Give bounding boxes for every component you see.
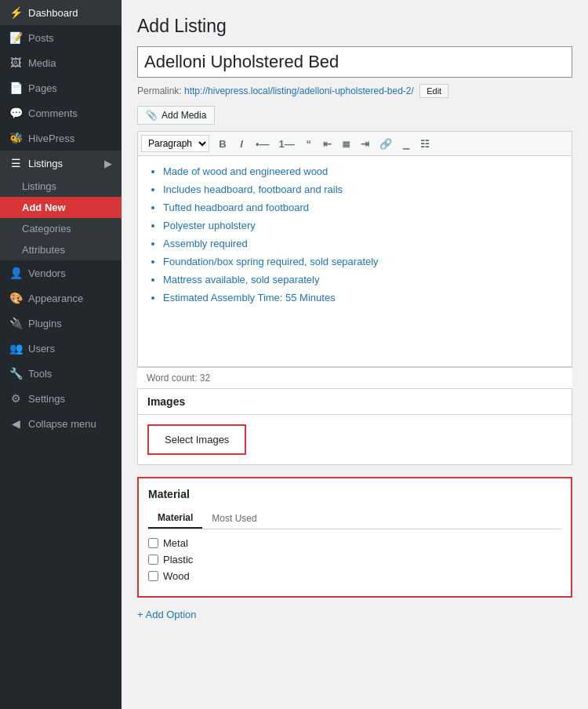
sidebar-item-listings[interactable]: ☰ Listings ▶ (0, 151, 122, 176)
permalink-url[interactable]: http://hivepress.local/listing/adelloni-… (184, 85, 414, 96)
metal-label[interactable]: Metal (163, 537, 188, 549)
word-count: Word count: 32 (137, 367, 572, 388)
comments-icon: 💬 (9, 107, 22, 119)
listings-submenu: Listings Add New Categories Attributes (0, 176, 122, 260)
table-button[interactable]: ☷ (416, 135, 434, 152)
page-title: Add Listing (137, 16, 572, 37)
sidebar-item-hivepress[interactable]: 🐝 HivePress (0, 125, 122, 151)
sidebar-item-label: Appearance (28, 293, 83, 304)
unordered-list-button[interactable]: •— (252, 135, 274, 152)
sidebar-item-label: Users (28, 343, 55, 354)
sidebar-item-collapse[interactable]: ◀ Collapse menu (0, 411, 122, 436)
wood-label[interactable]: Wood (163, 570, 190, 582)
sidebar: ⚡ Dashboard 📝 Posts 🖼 Media 📄 Pages 💬 Co… (0, 0, 122, 709)
vendors-icon: 👤 (9, 267, 22, 279)
add-media-button[interactable]: 📎 Add Media (137, 106, 215, 125)
sidebar-item-media[interactable]: 🖼 Media (0, 50, 122, 75)
sidebar-item-label: Listings (28, 158, 63, 169)
list-item: Foundation/box spring required, sold sep… (163, 256, 562, 267)
sidebar-item-label: Vendors (28, 267, 66, 279)
title-section: Permalink: http://hivepress.local/listin… (137, 46, 572, 98)
sidebar-item-tools[interactable]: 🔧 Tools (0, 361, 122, 386)
permalink-edit-button[interactable]: Edit (419, 84, 448, 98)
media-icon: 🖼 (9, 56, 22, 69)
bold-button[interactable]: B (214, 135, 231, 152)
hivepress-icon: 🐝 (9, 132, 22, 144)
sidebar-item-vendors[interactable]: 👤 Vendors (0, 260, 122, 285)
plastic-label[interactable]: Plastic (163, 554, 193, 565)
editor-body[interactable]: Made of wood and engineered wood Include… (137, 155, 572, 367)
list-item: Tufted headboard and footboard (163, 202, 562, 213)
plastic-checkbox[interactable] (148, 554, 158, 565)
sidebar-item-users[interactable]: 👥 Users (0, 336, 122, 361)
dashboard-icon: ⚡ (9, 6, 22, 19)
sidebar-item-label: Pages (28, 82, 57, 94)
appearance-icon: 🎨 (9, 292, 22, 304)
images-meta-box: Images Select Images (137, 388, 572, 465)
submenu-add-new[interactable]: Add New (0, 197, 122, 218)
italic-button[interactable]: I (233, 135, 250, 152)
link-button[interactable]: 🔗 (376, 135, 396, 152)
wood-checkbox[interactable] (148, 571, 158, 581)
submenu-attributes[interactable]: Attributes (0, 239, 122, 260)
users-icon: 👥 (9, 342, 22, 354)
pages-icon: 📄 (9, 82, 22, 94)
tab-most-used[interactable]: Most Used (202, 508, 266, 529)
sidebar-item-comments[interactable]: 💬 Comments (0, 100, 122, 125)
editor-toolbar: Paragraph B I •— 1— “ ⇤ ≣ ⇥ 🔗 ⎯ ☷ (137, 131, 572, 155)
posts-icon: 📝 (9, 31, 22, 44)
sidebar-item-label: Collapse menu (28, 418, 96, 430)
plugins-icon: 🔌 (9, 317, 22, 329)
metal-checkbox[interactable] (148, 538, 158, 548)
align-center-button[interactable]: ≣ (338, 135, 355, 152)
submenu-listings[interactable]: Listings (0, 176, 122, 197)
images-content: Select Images (138, 415, 572, 464)
add-media-icon: 📎 (146, 110, 158, 121)
checkbox-wood: Wood (148, 570, 561, 582)
submenu-categories[interactable]: Categories (0, 218, 122, 239)
select-images-button[interactable]: Select Images (147, 424, 246, 455)
material-box-inner: Material Material Most Used Metal Plasti… (137, 477, 572, 598)
sidebar-item-appearance[interactable]: 🎨 Appearance (0, 285, 122, 311)
format-select[interactable]: Paragraph (141, 135, 209, 152)
sidebar-item-label: Settings (28, 393, 65, 405)
tab-material[interactable]: Material (148, 508, 202, 529)
material-tabs: Material Most Used (148, 508, 561, 529)
checkbox-plastic: Plastic (148, 554, 561, 565)
add-option-link[interactable]: + Add Option (137, 605, 197, 624)
listings-arrow: ▶ (104, 158, 112, 169)
post-title-input[interactable] (137, 46, 572, 78)
sidebar-item-posts[interactable]: 📝 Posts (0, 25, 122, 50)
checkbox-metal: Metal (148, 537, 561, 549)
main-content: Add Listing Permalink: http://hivepress.… (122, 0, 588, 709)
bullet-list: Made of wood and engineered wood Include… (147, 165, 562, 304)
ordered-list-button[interactable]: 1— (275, 135, 299, 152)
material-meta-box: Material Material Most Used Metal Plasti… (137, 477, 572, 624)
collapse-icon: ◀ (9, 417, 22, 430)
blockquote-button[interactable]: “ (300, 135, 318, 152)
list-item: Polyester upholstery (163, 220, 562, 231)
sidebar-item-label: Tools (28, 368, 52, 380)
sidebar-item-pages[interactable]: 📄 Pages (0, 75, 122, 100)
editor-section: 📎 Add Media Paragraph B I •— 1— “ ⇤ ≣ ⇥ … (137, 106, 572, 388)
listings-icon: ☰ (9, 157, 22, 169)
sidebar-item-label: Comments (28, 107, 78, 119)
sidebar-item-dashboard[interactable]: ⚡ Dashboard (0, 0, 122, 25)
permalink-label: Permalink: (137, 85, 182, 96)
images-section-title: Images (138, 389, 572, 415)
list-item: Made of wood and engineered wood (163, 165, 562, 177)
sidebar-item-settings[interactable]: ⚙ Settings (0, 386, 122, 411)
align-left-button[interactable]: ⇤ (319, 135, 336, 152)
horizontal-rule-button[interactable]: ⎯ (397, 135, 415, 152)
permalink-bar: Permalink: http://hivepress.local/listin… (137, 84, 572, 98)
sidebar-item-label: Plugins (28, 318, 62, 329)
list-item: Includes headboard, footboard and rails (163, 184, 562, 195)
list-item: Mattress available, sold separately (163, 274, 562, 285)
sidebar-item-label: HivePress (28, 133, 74, 144)
sidebar-item-plugins[interactable]: 🔌 Plugins (0, 311, 122, 336)
list-item: Assembly required (163, 238, 562, 249)
sidebar-item-label: Dashboard (28, 7, 78, 19)
tools-icon: 🔧 (9, 367, 22, 380)
sidebar-item-label: Posts (28, 32, 54, 44)
align-right-button[interactable]: ⇥ (357, 135, 374, 152)
